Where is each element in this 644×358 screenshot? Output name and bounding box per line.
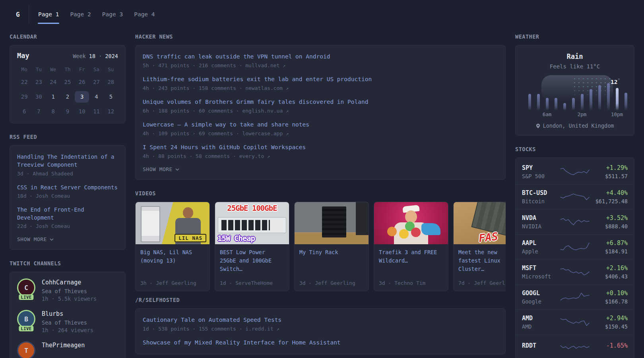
stock-row[interactable]: SPYS&P 500 +1.29%$511.57 <box>516 160 634 184</box>
story-domain: mullvad.net <box>245 62 279 68</box>
story-meta-text: 4h · 109 points · 69 comments · <box>143 130 239 136</box>
weekday-label: Fr <box>75 66 89 73</box>
twitch-channel-row[interactable]: T ThePrimeagen <box>17 341 118 358</box>
story-domain-link[interactable]: lowercase.app ↗ <box>242 130 289 136</box>
thumbnail-caption: 15W Cheap <box>217 234 255 243</box>
video-card[interactable]: LIL NAS Big NAS, Lil NAS (moving 13) 3h … <box>135 202 210 291</box>
hackernews-show-more-button[interactable]: SHOW MORE <box>143 166 179 172</box>
tab-page-3[interactable]: Page 3 <box>102 5 123 24</box>
video-meta: 3d · Jeff Geerling <box>299 280 364 286</box>
thumbnail-caption: 25GbE 100GbE <box>215 204 289 212</box>
stock-symbol: NVDA <box>522 214 559 222</box>
calendar-week-label: Week <box>73 53 86 59</box>
rss-item-link[interactable]: CSS in React Server Components <box>17 183 118 191</box>
calendar-day: 2 <box>60 91 75 103</box>
tab-page-4[interactable]: Page 4 <box>134 5 155 24</box>
story-title-link[interactable]: DNS traffic can leak outside the VPN tun… <box>143 53 498 61</box>
stock-row[interactable]: RDDT -1.65% <box>516 335 634 358</box>
stocks-widget-title: STOCKS <box>515 146 634 152</box>
stock-company: NVIDIA <box>522 223 559 230</box>
weekday-label: Tu <box>31 66 46 73</box>
weather-chart: 12° 6am2pm10pm <box>519 76 630 117</box>
calendar-widget-title: CALENDAR <box>10 33 126 40</box>
weekday-label: Su <box>104 66 118 73</box>
hackernews-widget: HACKER NEWS DNS traffic can leak outside… <box>135 33 506 180</box>
twitch-channel-row[interactable]: C LIVE CohhCarnage Sea of Thieves 1h · 5… <box>17 278 118 302</box>
story-domain-link[interactable]: english.nv.ua ↗ <box>242 108 289 114</box>
story-title-link[interactable]: I Spent 24 Hours with GitHub Copilot Wor… <box>143 143 498 152</box>
story-meta-text: 5h · 471 points · 216 comments · <box>143 62 242 68</box>
calendar-day: 9 <box>60 106 75 117</box>
stock-row[interactable]: GOOGLGoogle +0.10%$166.78 <box>516 284 634 309</box>
hn-story: DNS traffic can leak outside the VPN tun… <box>143 53 498 68</box>
calendar-day: 26 <box>75 76 89 88</box>
weather-location-text: London, United Kingdom <box>543 123 614 129</box>
video-card[interactable]: 25GbE 100GbE 15W Cheap BEST Low Power 25… <box>215 202 289 291</box>
video-thumbnail: LIL NAS <box>136 202 209 244</box>
stock-row[interactable]: AAPLApple +6.87%$184.91 <box>516 234 634 259</box>
video-title: Traefik 3 and FREE Wildcard… <box>379 248 443 265</box>
tab-page-1[interactable]: Page 1 <box>38 5 59 24</box>
story-meta-text: 4h · 243 points · 158 comments · <box>143 85 242 91</box>
post-meta: 1d · 538 points · 155 comments · i.redd.… <box>143 326 498 332</box>
videos-widget-title: VIDEOS <box>135 190 506 197</box>
rss-item-link[interactable]: The End of Front-End Development <box>17 206 118 222</box>
calendar-day: 12 <box>104 106 118 117</box>
weather-bar <box>537 94 540 110</box>
weather-bar <box>555 98 557 110</box>
post-title-link[interactable]: Showcase of my Mixed Reality Interface f… <box>143 339 498 347</box>
stock-sparkline <box>559 265 591 279</box>
story-domain-link[interactable]: newatlas.com ↗ <box>245 85 289 91</box>
logo-graphic <box>387 227 397 236</box>
post-domain-link[interactable]: i.redd.it ↗ <box>245 326 279 332</box>
stock-company: Apple <box>522 248 559 255</box>
story-title-link[interactable]: Lithium-free sodium batteries exit the l… <box>143 75 498 84</box>
stock-row[interactable]: BTC-USDBitcoin +4.40%$61,725.48 <box>516 184 634 209</box>
story-domain: english.nv.ua <box>242 108 283 114</box>
calendar-day: 6 <box>17 106 31 117</box>
stock-values: +4.40%$61,725.48 <box>591 189 628 204</box>
video-card[interactable]: FAS Meet the new fastest Linux Cluster… … <box>453 202 506 291</box>
story-domain-link[interactable]: mullvad.net ↗ <box>245 62 285 68</box>
stock-company <box>522 351 559 351</box>
calendar-card: May Week 18 · 2024 Mo Tu We Th Fr Sa Su … <box>10 45 126 123</box>
video-title: Meet the new fastest Linux Cluster… <box>458 248 506 273</box>
story-title-link[interactable]: Lowercase – A simple way to take and sha… <box>143 121 498 129</box>
post-domain: i.redd.it <box>245 326 273 332</box>
weather-bar <box>528 94 531 110</box>
twitch-channel-row[interactable]: B LIVE Blurbs Sea of Thieves 1h · 264 vi… <box>17 310 118 333</box>
reddit-post: Showcase of my Mixed Reality Interface f… <box>143 339 498 347</box>
stock-row[interactable]: NVDANVIDIA +3.52%$888.40 <box>516 209 634 234</box>
weather-temp-label: 12° <box>611 78 620 85</box>
stock-price: $184.91 <box>591 248 628 255</box>
weather-widget: WEATHER Rain Feels like 11°C 12° 6am2pm1… <box>515 33 634 136</box>
twitch-channel-info: CohhCarnage Sea of Thieves 1h · 5.5k vie… <box>42 278 97 302</box>
stock-row[interactable]: AMDAMD +2.94%$150.45 <box>516 309 634 335</box>
stock-values: +2.16%$406.43 <box>591 265 628 280</box>
story-meta-text: 4h · 88 points · 58 comments · <box>143 153 236 159</box>
calendar-month: May <box>17 52 29 60</box>
reddit-widget-title: /R/SELFHOSTED <box>135 297 506 303</box>
weather-axis-label: 2pm <box>578 111 587 117</box>
stock-change: +3.52% <box>591 214 628 222</box>
video-card[interactable]: Traefik 3 and FREE Wildcard… 3d · Techno… <box>374 202 448 291</box>
calendar-day: 28 <box>104 76 118 88</box>
stock-row[interactable]: MSFTMicrosoft +2.16%$406.43 <box>516 259 634 284</box>
story-title-link[interactable]: Unique volumes of Brothers Grimm fairy t… <box>143 98 498 106</box>
rss-item-meta: 22d · Josh Comeau <box>17 223 118 229</box>
story-domain-link[interactable]: every.to ↗ <box>239 153 270 159</box>
reddit-widget: /R/SELFHOSTED Cautionary Tale on Automat… <box>135 297 506 354</box>
left-column: CALENDAR May Week 18 · 2024 Mo Tu We Th … <box>10 33 126 358</box>
app-logo[interactable]: G <box>10 5 29 24</box>
weather-bar <box>598 85 601 110</box>
post-title-link[interactable]: Cautionary Tale on Automated Speed Tests <box>143 316 498 324</box>
rss-item-link[interactable]: Handling The Indentation of a Treeview C… <box>17 153 118 169</box>
tab-page-2[interactable]: Page 2 <box>70 5 91 24</box>
video-card[interactable]: My Tiny Rack 3d · Jeff Geerling <box>294 202 369 291</box>
weather-bar <box>625 93 627 110</box>
calendar-day: 10 <box>75 106 89 117</box>
video-meta: 1d · ServeTheHome <box>220 280 284 286</box>
rss-item-meta: 18d · Josh Comeau <box>17 193 118 199</box>
temp-value: 12 <box>611 79 617 85</box>
rss-show-more-button[interactable]: SHOW MORE <box>17 236 54 242</box>
